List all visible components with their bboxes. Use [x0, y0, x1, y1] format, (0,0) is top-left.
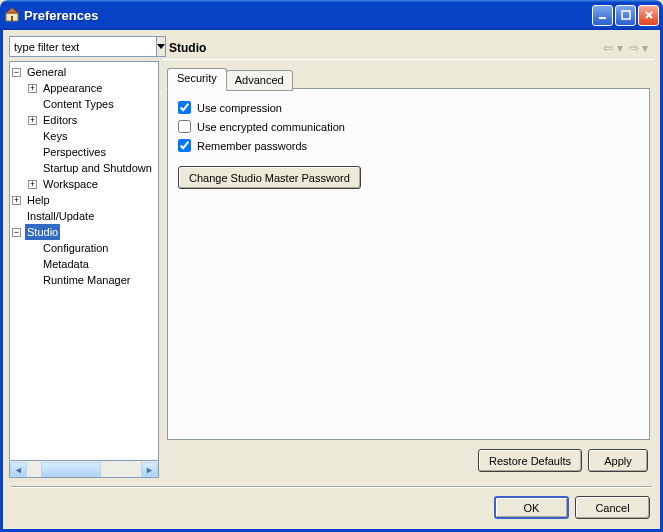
expand-icon[interactable]: + — [28, 116, 37, 125]
expand-icon[interactable]: + — [28, 180, 37, 189]
collapse-icon[interactable]: − — [12, 228, 21, 237]
preferences-tree[interactable]: −General +Appearance Content Types +Edit… — [9, 61, 159, 461]
collapse-icon[interactable]: − — [12, 68, 21, 77]
tab-security-label: Security — [177, 72, 217, 84]
scroll-thumb[interactable] — [41, 462, 101, 477]
svg-marker-1 — [6, 8, 18, 13]
tree-item-keys[interactable]: Keys — [41, 128, 69, 144]
use-encrypted-checkbox[interactable] — [178, 120, 191, 133]
tree-item-appearance[interactable]: Appearance — [41, 80, 104, 96]
use-compression-checkbox[interactable] — [178, 101, 191, 114]
remember-passwords-label: Remember passwords — [197, 140, 307, 152]
tree-item-startup[interactable]: Startup and Shutdown — [41, 160, 154, 176]
tree-item-general[interactable]: General — [25, 64, 68, 80]
close-button[interactable] — [638, 5, 659, 26]
remember-passwords-checkbox[interactable] — [178, 139, 191, 152]
tab-security[interactable]: Security — [167, 68, 227, 89]
tree-item-studio[interactable]: Studio — [25, 224, 60, 240]
svg-rect-3 — [599, 17, 606, 19]
tree-item-configuration[interactable]: Configuration — [41, 240, 110, 256]
tree-item-content-types[interactable]: Content Types — [41, 96, 116, 112]
minimize-button[interactable] — [592, 5, 613, 26]
cancel-button[interactable]: Cancel — [575, 496, 650, 519]
window-title: Preferences — [24, 8, 592, 23]
tab-body-security: Use compression Use encrypted communicat… — [167, 88, 650, 440]
page-title: Studio — [169, 41, 603, 55]
horizontal-scrollbar[interactable]: ◄ ► — [9, 461, 159, 478]
use-encrypted-label: Use encrypted communication — [197, 121, 345, 133]
svg-rect-4 — [622, 11, 630, 19]
tree-item-perspectives[interactable]: Perspectives — [41, 144, 108, 160]
tree-item-metadata[interactable]: Metadata — [41, 256, 91, 272]
ok-button[interactable]: OK — [494, 496, 569, 519]
svg-rect-2 — [11, 16, 13, 21]
filter-input[interactable] — [9, 36, 157, 57]
scroll-right-button[interactable]: ► — [141, 462, 158, 477]
scroll-left-button[interactable]: ◄ — [10, 462, 27, 477]
expand-icon[interactable]: + — [28, 84, 37, 93]
expand-icon[interactable]: + — [12, 196, 21, 205]
tab-advanced[interactable]: Advanced — [226, 70, 293, 91]
apply-button[interactable]: Apply — [588, 449, 648, 472]
change-password-button[interactable]: Change Studio Master Password — [178, 166, 361, 189]
tab-advanced-label: Advanced — [235, 74, 284, 86]
restore-defaults-button[interactable]: Restore Defaults — [478, 449, 582, 472]
title-bar: Preferences — [0, 0, 663, 30]
right-panel: Studio ⇦ ▾ ⇨ ▾ Security Advanced Use com — [163, 36, 654, 478]
use-compression-label: Use compression — [197, 102, 282, 114]
tree-item-editors[interactable]: Editors — [41, 112, 79, 128]
tree-item-runtime-manager[interactable]: Runtime Manager — [41, 272, 132, 288]
tree-item-help[interactable]: Help — [25, 192, 52, 208]
window-icon — [4, 7, 20, 23]
maximize-button[interactable] — [615, 5, 636, 26]
tree-item-workspace[interactable]: Workspace — [41, 176, 100, 192]
left-panel: −General +Appearance Content Types +Edit… — [9, 36, 159, 478]
separator — [11, 486, 652, 488]
back-button[interactable]: ⇦ ▾ — [603, 41, 622, 55]
forward-button[interactable]: ⇨ ▾ — [629, 41, 648, 55]
tree-item-install-update[interactable]: Install/Update — [25, 208, 96, 224]
